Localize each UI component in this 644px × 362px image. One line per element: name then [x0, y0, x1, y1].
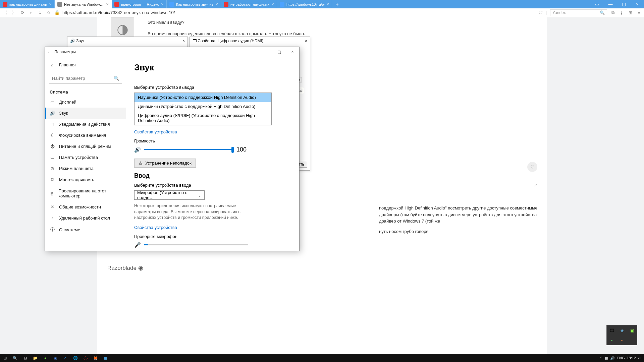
dropdown-option[interactable]: Динамики (Устройство с поддержкой High D… [135, 102, 271, 111]
nav-item-shared[interactable]: ✕Общие возможности [45, 201, 126, 213]
taskview-button[interactable]: ⊡ [20, 354, 30, 362]
taskbar-app[interactable]: 📁 [30, 354, 40, 362]
close-icon[interactable]: × [182, 39, 185, 43]
maximize-button[interactable]: ▢ [272, 47, 286, 57]
start-button[interactable]: ⊞ [0, 354, 10, 362]
nav-item-sound[interactable]: 🔊Звук [45, 108, 126, 119]
taskbar-app[interactable]: ▦ [101, 354, 111, 362]
input-device-dropdown[interactable]: Микрофон (Устройство с подде…⌄ [134, 190, 205, 200]
nav-home[interactable]: ⌂Главная [45, 60, 126, 70]
browser-tab[interactable]: https://windows10i.ru/w× [277, 0, 332, 8]
downloads-icon[interactable]: ↧ [37, 10, 43, 15]
forward-button[interactable]: 〉 [11, 10, 17, 16]
storage-icon: ▭ [50, 155, 55, 160]
settings-search-input[interactable]: Найти параметр🔍 [49, 73, 122, 83]
shield-icon[interactable]: 🛡 [538, 10, 544, 15]
taskbar-app[interactable]: ▣ [50, 354, 60, 362]
nav-item-storage[interactable]: ▭Память устройства [45, 152, 126, 163]
slider-thumb[interactable] [231, 147, 234, 153]
download-icon[interactable]: ⭳ [619, 10, 625, 15]
ext-icon[interactable]: ⧉ [610, 10, 616, 15]
tab-close-icon[interactable]: × [271, 2, 274, 7]
browser-tab[interactable]: как настроить динами× [0, 0, 55, 8]
reload-button[interactable]: ⟳ [19, 10, 25, 15]
tab-close-icon[interactable]: × [215, 2, 218, 7]
taskbar-app[interactable]: 🦊 [91, 354, 101, 362]
username-link[interactable]: Razorblade ◉ [107, 264, 143, 272]
taskbar-app[interactable]: 🌐 [70, 354, 80, 362]
output-device-dropdown[interactable]: Наушники (Устройство с поддержкой High D… [134, 93, 272, 125]
tray-icon[interactable]: ▪ [607, 335, 617, 345]
tray-chevron-icon[interactable]: ⌃ [600, 356, 603, 360]
tab-close-icon[interactable]: × [161, 2, 164, 7]
back-button[interactable]: 〈 [2, 10, 8, 16]
notifications-icon[interactable]: ▭ [638, 356, 641, 360]
taskbar-app[interactable]: ● [40, 354, 50, 362]
dropdown-option[interactable]: Наушники (Устройство с поддержкой High D… [135, 93, 271, 102]
maximize-button[interactable]: ▢ [617, 0, 631, 8]
nav-item-tablet[interactable]: ⎚Режим планшета [45, 163, 126, 174]
tab-close-icon[interactable]: × [49, 2, 52, 7]
close-button[interactable]: × [631, 0, 644, 8]
favicon [114, 2, 119, 7]
share-icon[interactable]: ↗ [534, 182, 537, 187]
menu-icon[interactable]: ≡ [636, 10, 642, 15]
tab-close-icon[interactable]: × [327, 2, 329, 7]
nav-item-about[interactable]: ⓘО системе [45, 224, 126, 236]
bookmark-icon[interactable]: ☆ [46, 10, 52, 15]
new-tab-button[interactable]: + [332, 0, 342, 8]
nav-item-display[interactable]: ▭Дисплей [45, 97, 126, 108]
system-tray-popup: 🗔 ◈ ▣ ▪ ▪ [606, 325, 637, 345]
browser-search-input[interactable]: Yandex🔍 [550, 9, 607, 16]
nav-item-remote[interactable]: ‹Удаленный рабочий стол [45, 213, 126, 224]
url-text[interactable]: https://softboard.ru/topic/73842-нет-зву… [62, 10, 175, 15]
search-button[interactable]: 🔍 [10, 354, 20, 362]
browser-tab[interactable]: преистория — Яндекс× [112, 0, 167, 8]
browser-tab[interactable]: Нет звука на Windows 1× [55, 0, 112, 8]
troubleshoot-button[interactable]: ⚠Устранение неполадок [134, 159, 196, 168]
post-text: Это имели ввиду? [148, 19, 540, 26]
dropdown-option[interactable]: Цифровое аудио (S/PDIF) (Устройство с по… [135, 111, 271, 125]
nav-label: Дисплей [59, 100, 76, 105]
info-icon: ⓘ [50, 227, 55, 233]
home-button[interactable]: ⌂ [28, 10, 34, 15]
nav-label: Главная [59, 62, 75, 67]
search-placeholder: Yandex [552, 10, 566, 15]
volume-icon[interactable]: 🔊 [610, 356, 615, 360]
language-indicator[interactable]: ENG [617, 356, 625, 360]
tray-icon[interactable]: ◈ [617, 325, 627, 335]
network-icon[interactable]: ▦ [605, 356, 608, 360]
tray-icon[interactable]: ▪ [617, 335, 627, 345]
tray-icon[interactable]: 🗔 [607, 325, 617, 335]
browser-tab[interactable]: Как настроить звук на× [167, 0, 221, 8]
nav-item-notifications[interactable]: ◻Уведомления и действия [45, 119, 126, 130]
favicon [169, 2, 174, 7]
nav-item-projecting[interactable]: ⎘Проецирование на этот компьютер [45, 185, 126, 201]
back-button[interactable]: ← [45, 49, 54, 55]
device-properties-link[interactable]: Свойства устройства [134, 225, 291, 230]
mic-level-bar [144, 244, 248, 245]
tab-title: Как настроить звук на [176, 2, 214, 6]
page-content: ◑ Новички Новичок 5 публикаций Пол:Муж Э… [0, 17, 644, 354]
nav-item-focus[interactable]: ☾Фокусировка внимания [45, 130, 126, 141]
nav-label: Режим планшета [59, 166, 94, 171]
tiles-icon[interactable]: ⊞ [627, 10, 633, 15]
like-button[interactable]: ♡ [527, 162, 537, 172]
minimize-button[interactable]: — [259, 47, 272, 57]
volume-slider[interactable] [144, 149, 233, 150]
tab-close-icon[interactable]: × [106, 2, 109, 7]
nav-label: Память устройства [59, 155, 98, 160]
panel-icon[interactable]: ▭ [590, 0, 604, 8]
minimize-button[interactable]: — [604, 0, 617, 8]
chevron-down-icon: ⌄ [198, 193, 202, 198]
nav-item-power[interactable]: ⏻Питание и спящий режим [45, 141, 126, 152]
browser-tab[interactable]: не работают наушники× [221, 0, 277, 8]
nav-item-multitask[interactable]: ⧉Многозадачность [45, 174, 126, 185]
taskbar-app[interactable]: e [60, 354, 70, 362]
device-properties-link[interactable]: Свойства устройства [134, 129, 291, 134]
close-button[interactable]: × [286, 47, 299, 57]
close-icon[interactable]: × [305, 39, 307, 43]
tray-icon[interactable]: ▣ [627, 325, 637, 335]
clock[interactable]: 18:12 [627, 356, 636, 360]
taskbar-app[interactable]: ◯ [80, 354, 91, 362]
